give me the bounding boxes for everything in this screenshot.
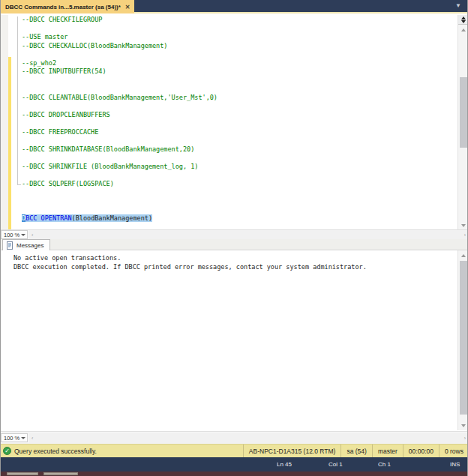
results-horizontal-scrollbar[interactable]: ‹ › bbox=[29, 433, 468, 443]
scroll-up-icon[interactable] bbox=[458, 251, 468, 259]
code-line: --DBCC SHRINKFILE (BloodBankManagement_l… bbox=[22, 163, 218, 172]
editor-bottom-row: 100 % ‹ › bbox=[1, 229, 468, 239]
screen-edge-strip bbox=[1, 472, 468, 476]
scroll-right-icon[interactable]: › bbox=[464, 232, 466, 238]
login-user: sa (54) bbox=[340, 445, 371, 457]
document-tab-bar: DBCC Commands in...5.master (sa (54))* ✕… bbox=[1, 0, 468, 13]
selected-code-segment: BCC OPENTRAN bbox=[26, 214, 71, 222]
code-line: --DBCC FREEPROCCACHE bbox=[22, 128, 218, 137]
row-count: 0 rows bbox=[439, 445, 468, 457]
code-line bbox=[22, 171, 218, 180]
messages-text: No active open transactions.DBCC executi… bbox=[14, 253, 367, 271]
editor-selection-margin bbox=[1, 15, 8, 229]
message-line: No active open transactions. bbox=[14, 253, 367, 262]
scroll-up-icon[interactable] bbox=[458, 25, 468, 34]
code-line bbox=[22, 76, 218, 85]
splitter-up-arrow-icon bbox=[461, 16, 466, 19]
code-line: --DBCC CHECKFILEGROUP bbox=[22, 16, 218, 25]
current-database: master bbox=[372, 445, 403, 457]
code-line: --DBCC CHECKALLOC(BloodBankManagement) bbox=[22, 42, 218, 51]
zoom-dropdown-icon bbox=[21, 234, 26, 236]
execution-time: 00:00:00 bbox=[403, 445, 439, 457]
scroll-left-icon[interactable]: ‹ bbox=[32, 232, 33, 238]
code-line bbox=[22, 25, 218, 34]
code-line: --DBCC SHRINKDATABASE(BloodBankManagemen… bbox=[22, 145, 218, 154]
code-line: --DBCC CLEANTABLE(BloodBankManagement,'U… bbox=[22, 94, 218, 103]
code-line bbox=[22, 85, 218, 94]
scroll-right-icon[interactable]: › bbox=[464, 436, 466, 441]
line-indicator: Ln 45 bbox=[277, 461, 292, 468]
messages-tab-label: Messages bbox=[16, 242, 44, 249]
code-lines: --DBCC CHECKFILEGROUP --USE master--DBCC… bbox=[22, 16, 218, 223]
tab-messages[interactable]: Messages bbox=[2, 239, 50, 250]
close-icon[interactable]: ✕ bbox=[125, 4, 130, 10]
selected-code-segment: (BloodBankManagement) bbox=[72, 214, 152, 222]
messages-pane[interactable]: No active open transactions.DBCC executi… bbox=[1, 250, 468, 431]
code-line: --USE master bbox=[22, 33, 218, 42]
code-line bbox=[22, 102, 218, 111]
scroll-down-icon[interactable] bbox=[458, 221, 468, 229]
editor-position-bar: Ln 45 Col 1 Ch 1 INS bbox=[1, 457, 468, 472]
document-tab[interactable]: DBCC Commands in...5.master (sa (54))* ✕ bbox=[1, 0, 134, 13]
editor-scroll-thumb[interactable] bbox=[460, 77, 467, 148]
message-line: DBCC execution completed. If DBCC printe… bbox=[14, 262, 367, 271]
editor-zoom-control[interactable]: 100 % bbox=[1, 230, 28, 239]
region-bracket-foot bbox=[17, 184, 21, 185]
document-tab-title: DBCC Commands in...5.master (sa (54))* bbox=[5, 4, 121, 10]
splitter-handle-icon[interactable] bbox=[458, 15, 468, 25]
change-tracking-bar bbox=[8, 57, 11, 229]
results-zoom-value: 100 % bbox=[4, 435, 20, 442]
splitter-down-arrow-icon bbox=[461, 20, 466, 23]
results-zoom-control[interactable]: 100 % bbox=[1, 433, 28, 442]
taskbar-fragment bbox=[44, 472, 78, 475]
taskbar-fragment bbox=[7, 472, 38, 475]
server-name: AB-NPC1-D1A315 (12.0 RTM) bbox=[243, 445, 341, 457]
code-line bbox=[22, 205, 218, 214]
editor-vertical-scrollbar[interactable] bbox=[458, 15, 468, 229]
query-status-bar: ✓ Query executed successfully. AB-NPC1-D… bbox=[1, 444, 468, 457]
code-line: --sp_who2 bbox=[22, 59, 218, 68]
selected-code-line[interactable]: DBCC OPENTRAN(BloodBankManagement) bbox=[22, 214, 218, 223]
scroll-left-icon[interactable]: ‹ bbox=[32, 436, 33, 441]
code-line bbox=[22, 188, 218, 197]
code-line: --DBCC DROPCLEANBUFFERS bbox=[22, 111, 218, 120]
results-tab-bar: Messages bbox=[1, 239, 468, 250]
zoom-dropdown-icon bbox=[21, 437, 26, 439]
code-line bbox=[22, 136, 218, 145]
code-line: --DBCC INPUTBUFFER(54) bbox=[22, 67, 218, 76]
success-check-icon: ✓ bbox=[3, 447, 11, 455]
char-indicator: Ch 1 bbox=[378, 461, 391, 468]
query-editor[interactable]: --DBCC CHECKFILEGROUP --USE master--DBCC… bbox=[1, 15, 468, 229]
insert-mode-indicator: INS bbox=[450, 461, 460, 468]
code-line bbox=[22, 50, 218, 59]
region-bracket-line bbox=[17, 16, 18, 184]
scroll-down-icon[interactable] bbox=[458, 421, 468, 430]
editor-zoom-value: 100 % bbox=[4, 232, 20, 238]
results-scroll-thumb[interactable] bbox=[460, 261, 467, 415]
messages-icon bbox=[6, 241, 14, 250]
code-line: --DBCC SQLPERF(LOGSPACE) bbox=[22, 180, 218, 189]
ssms-window: DBCC Commands in...5.master (sa (54))* ✕… bbox=[0, 0, 468, 476]
results-bottom-row: 100 % ‹ › bbox=[1, 431, 468, 444]
column-indicator: Col 1 bbox=[328, 461, 343, 468]
results-vertical-scrollbar[interactable] bbox=[458, 250, 468, 430]
code-line bbox=[22, 154, 218, 163]
code-line bbox=[22, 119, 218, 128]
query-status-message: Query executed successfully. bbox=[14, 448, 97, 455]
tab-list-chevron-icon[interactable]: ▼ bbox=[455, 3, 461, 9]
code-line bbox=[22, 197, 218, 206]
